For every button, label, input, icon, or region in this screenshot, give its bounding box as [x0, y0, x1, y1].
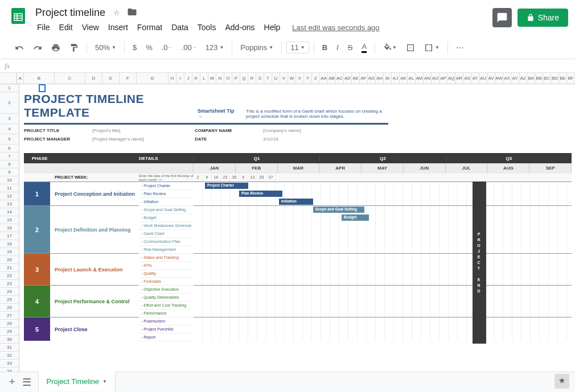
row-header[interactable]: 5: [0, 134, 19, 145]
row-header[interactable]: 22: [0, 272, 19, 280]
bold-button[interactable]: B: [319, 41, 331, 54]
menu-addons[interactable]: Add-ons: [221, 22, 258, 33]
print-button[interactable]: [48, 41, 64, 55]
col-header[interactable]: E: [102, 73, 120, 84]
row-header[interactable]: 28: [0, 320, 19, 328]
col-header[interactable]: AC: [336, 73, 344, 84]
row-header[interactable]: 4: [0, 124, 19, 134]
row-header[interactable]: 23: [0, 280, 19, 288]
col-header[interactable]: J: [184, 73, 192, 84]
col-header[interactable]: I: [176, 73, 184, 84]
col-header[interactable]: T: [264, 73, 272, 84]
move-folder-icon[interactable]: [126, 6, 138, 20]
strikethrough-button[interactable]: S: [344, 41, 356, 54]
row-header[interactable]: 21: [0, 264, 19, 272]
col-header[interactable]: X: [296, 73, 304, 84]
col-header[interactable]: O: [224, 73, 232, 84]
col-header[interactable]: P: [232, 73, 240, 84]
col-header[interactable]: B: [24, 73, 55, 84]
col-header[interactable]: AZ: [519, 73, 527, 84]
col-header[interactable]: AO: [432, 73, 440, 84]
increase-decimal[interactable]: .00→: [178, 41, 200, 54]
sheets-logo[interactable]: [7, 5, 30, 27]
menu-view[interactable]: View: [78, 22, 103, 33]
col-header[interactable]: AH: [376, 73, 384, 84]
col-header[interactable]: M: [208, 73, 216, 84]
col-header[interactable]: AB: [328, 73, 336, 84]
row-header[interactable]: 1: [0, 84, 19, 92]
row-header[interactable]: 12: [0, 192, 19, 200]
col-header[interactable]: F: [120, 73, 137, 84]
merge-cells-button[interactable]: ▼: [421, 41, 443, 55]
col-header[interactable]: AU: [479, 73, 487, 84]
col-header[interactable]: A: [17, 73, 24, 84]
col-header[interactable]: BA: [527, 73, 535, 84]
col-header[interactable]: N: [216, 73, 224, 84]
col-header[interactable]: AY: [511, 73, 519, 84]
row-header[interactable]: 19: [0, 248, 19, 256]
sheet-tab-project-timeline[interactable]: Project Timeline ▼: [38, 372, 116, 391]
row-header[interactable]: 14: [0, 208, 19, 216]
select-all-corner[interactable]: [0, 73, 17, 84]
add-sheet-button[interactable]: +: [9, 376, 15, 388]
paint-format-button[interactable]: [66, 41, 82, 55]
col-header[interactable]: AN: [424, 73, 432, 84]
row-header[interactable]: 18: [0, 240, 19, 248]
col-header[interactable]: U: [272, 73, 280, 84]
row-header[interactable]: 27: [0, 312, 19, 320]
font-select[interactable]: Poppins▼: [237, 41, 277, 54]
col-header[interactable]: S: [256, 73, 264, 84]
col-header[interactable]: AP: [440, 73, 447, 84]
redo-button[interactable]: [30, 41, 46, 55]
row-header[interactable]: 26: [0, 304, 19, 312]
row-headers[interactable]: 1234567891011121314151617181920212223242…: [0, 84, 19, 378]
col-header[interactable]: AK: [400, 73, 408, 84]
col-header[interactable]: Z: [312, 73, 320, 84]
row-header[interactable]: 30: [0, 336, 19, 344]
star-icon[interactable]: ☆: [112, 7, 121, 18]
row-header[interactable]: 7: [0, 152, 19, 160]
col-header[interactable]: W: [288, 73, 296, 84]
formula-input[interactable]: [10, 61, 570, 70]
explore-button[interactable]: [555, 374, 569, 389]
col-header[interactable]: AT: [471, 73, 479, 84]
format-currency[interactable]: $: [129, 41, 140, 54]
zoom-select[interactable]: 50%▼: [92, 41, 120, 54]
column-headers[interactable]: ABCDEFGHIJKLMNOPQRSTUVWXYZAAABACADAEAFAG…: [0, 73, 575, 84]
col-header[interactable]: AR: [455, 73, 463, 84]
italic-button[interactable]: I: [333, 41, 342, 54]
col-header[interactable]: BF: [567, 73, 575, 84]
col-header[interactable]: G: [137, 73, 169, 84]
menu-data[interactable]: Data: [167, 22, 192, 33]
col-header[interactable]: L: [200, 73, 208, 84]
row-header[interactable]: 10: [0, 176, 19, 184]
text-color-button[interactable]: A: [358, 40, 370, 55]
menu-insert[interactable]: Insert: [104, 22, 132, 33]
row-header[interactable]: 2: [0, 92, 19, 114]
doc-title[interactable]: Project timeline: [33, 6, 108, 20]
row-header[interactable]: 17: [0, 232, 19, 240]
row-header[interactable]: 6: [0, 145, 19, 152]
col-header[interactable]: AL: [408, 73, 416, 84]
col-header[interactable]: V: [280, 73, 288, 84]
share-button[interactable]: Share: [518, 9, 568, 27]
menu-tools[interactable]: Tools: [194, 22, 220, 33]
undo-button[interactable]: [11, 41, 27, 55]
last-edit-link[interactable]: Last edit was seconds ago: [292, 23, 379, 32]
row-header[interactable]: 33: [0, 360, 19, 368]
row-header[interactable]: 25: [0, 296, 19, 304]
col-header[interactable]: BD: [551, 73, 559, 84]
col-header[interactable]: K: [192, 73, 200, 84]
col-header[interactable]: AW: [495, 73, 503, 84]
font-size-select[interactable]: 11▼: [286, 42, 309, 53]
col-header[interactable]: C: [55, 73, 85, 84]
col-header[interactable]: AE: [352, 73, 360, 84]
col-header[interactable]: BE: [559, 73, 567, 84]
col-header[interactable]: AA: [320, 73, 328, 84]
menu-help[interactable]: Help: [260, 22, 285, 33]
menu-file[interactable]: File: [33, 22, 54, 33]
col-header[interactable]: BC: [543, 73, 551, 84]
row-header[interactable]: 32: [0, 352, 19, 360]
col-header[interactable]: H: [169, 73, 176, 84]
row-header[interactable]: 8: [0, 160, 19, 168]
